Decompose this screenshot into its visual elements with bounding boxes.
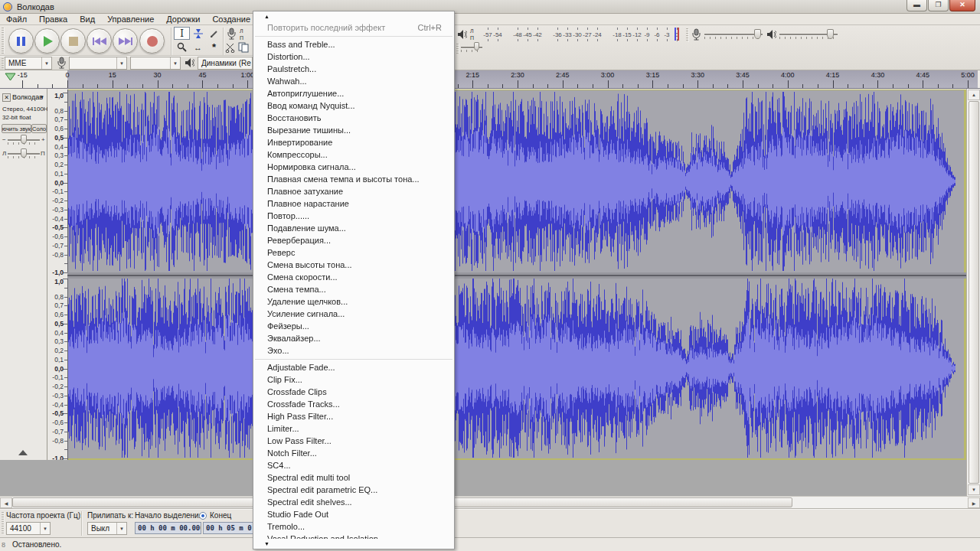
record-volume-thumb[interactable] [754,29,761,39]
menubar-item-Создание[interactable]: Создание [206,14,256,25]
track-menu-arrow-icon[interactable]: ▼ [40,95,44,99]
menu-item-восстановить[interactable]: Восстановить [253,112,454,124]
envelope-tool-button[interactable] [190,27,206,40]
menu-item-инвертирование[interactable]: Инвертирование [253,136,454,148]
record-volume-slider[interactable] [704,29,763,40]
draw-tool-button[interactable] [206,27,222,40]
zoom-tool-button[interactable] [174,41,190,54]
menu-item-плавная-смена-темпа-и-высоты-тона-[interactable]: Плавная смена темпа и высоты тона... [253,173,454,185]
scroll-down-button[interactable]: ▼ [968,484,980,495]
play-button[interactable] [34,28,60,54]
menu-item-sc4-[interactable]: SC4... [253,459,454,471]
waveform-display[interactable] [67,90,966,460]
menu-item-эквалайзер-[interactable]: Эквалайзер... [253,332,454,344]
menu-item-смена-темпа-[interactable]: Смена темпа... [253,283,454,295]
gain-thumb[interactable] [21,135,27,144]
menubar-item-Дорожки[interactable]: Дорожки [160,14,206,25]
multi-tool-button[interactable]: * [206,41,222,54]
track-collapse-icon[interactable] [18,450,28,455]
menu-scroll-down[interactable]: ▼ [253,539,454,549]
track-close-button[interactable]: ✕ [2,93,11,102]
minimize-button[interactable]: ▬ [906,0,927,11]
menu-item-low-pass-filter-[interactable]: Low Pass Filter... [253,435,454,447]
pan-slider[interactable] [8,148,40,159]
playback-meter[interactable]: ЛП-57-54-48-45-42-36-33-30-27-24-18-15-1… [456,25,680,44]
menu-item-bass-and-treble-[interactable]: Bass and Treble... [253,38,454,51]
menu-item-подавление-шума-[interactable]: Подавление шума... [253,222,454,234]
menu-item-spectral-edit-parametric-eq-[interactable]: Spectral edit parametric EQ... [253,484,454,496]
gain-slider[interactable] [8,135,40,145]
transport-grip[interactable] [2,28,5,54]
menubar-item-Вид[interactable]: Вид [74,14,101,25]
vertical-scrollbar[interactable]: ▲ ▼ [966,89,980,496]
mute-button[interactable]: Отключить звук [2,124,31,133]
scroll-up-button[interactable]: ▲ [968,90,980,100]
menu-item-удаление-щелчков-[interactable]: Удаление щелчков... [253,295,454,308]
selection-end-field[interactable]: 00 h 05 m 0 [203,522,253,534]
play-speed-slider[interactable] [461,42,482,51]
close-button[interactable]: ✕ [949,0,975,11]
project-rate-combo[interactable]: 44100▼ [6,522,51,535]
timeline-ruler[interactable]: -1501530451:001:151:301:452:002:152:302:… [0,70,980,89]
menu-item-crossfade-clips[interactable]: Crossfade Clips [253,386,454,398]
menu-item-spectral-edit-shelves-[interactable]: Spectral edit shelves... [253,496,454,508]
menu-item-реверберация-[interactable]: Реверберация... [253,234,454,246]
menu-item-реверс[interactable]: Реверс [253,246,454,259]
input-device-combo[interactable]: ▼ [69,57,127,70]
menu-item-повторить-последний-эффект[interactable]: Повторить последний эффектCtrl+R [253,21,454,34]
menu-item-эхо-[interactable]: Эхо... [253,344,454,357]
menu-item-ввод-команд-nyquist-[interactable]: Ввод команд Nyquist... [253,99,454,112]
toolbar-grip[interactable] [2,512,5,535]
menubar-item-Правка[interactable]: Правка [33,14,74,25]
vertical-scroll-thumb[interactable] [969,101,979,484]
pan-thumb[interactable] [21,148,27,158]
horizontal-scrollbar[interactable]: ◀ ▶ [0,496,980,508]
menu-item-компрессоры-[interactable]: Компрессоры... [253,148,454,161]
menu-item-плавное-нарастание[interactable]: Плавное нарастание [253,197,454,210]
mixer-grip[interactable] [686,28,689,42]
output-device-combo[interactable]: Динамики (Re [198,57,253,70]
menu-item-vocal-reduction-and-isolation-[interactable]: Vocal Reduction and Isolation... [253,533,454,539]
menu-item-плавное-затухание[interactable]: Плавное затухание [253,185,454,197]
quick-play-pin-icon[interactable] [5,73,16,81]
titlebar[interactable]: Волкодав ▬ ❐ ✕ [0,0,980,14]
menu-item-wahwah-[interactable]: Wahwah... [253,75,454,87]
menu-item-notch-filter-[interactable]: Notch Filter... [253,447,454,459]
skip-to-start-button[interactable] [87,28,112,54]
menu-item-усиление-сигнала-[interactable]: Усиление сигнала... [253,308,454,320]
host-combo[interactable]: MME▼ [5,57,52,70]
menubar-item-Файл[interactable]: Файл [0,14,33,25]
skip-to-end-button[interactable] [113,28,138,54]
menubar-item-Управление[interactable]: Управление [101,14,160,25]
end-radio[interactable] [199,512,207,520]
play-speed-thumb[interactable] [474,42,479,51]
menu-item-adjustable-fade-[interactable]: Adjustable Fade... [253,361,454,373]
record-button[interactable] [139,28,165,54]
menu-item-clip-fix-[interactable]: Clip Fix... [253,373,454,386]
menu-item-смена-высоты-тона-[interactable]: Смена высоты тона... [253,259,454,271]
menu-scroll-up[interactable]: ▲ [253,11,454,21]
snap-to-combo[interactable]: Выкл▼ [87,522,127,535]
solo-button[interactable]: Соло [31,124,47,133]
menu-item-автоприглушение-[interactable]: Автоприглушение... [253,87,454,99]
playback-volume-slider[interactable] [779,29,838,40]
menu-item-фейзеры-[interactable]: Фейзеры... [253,320,454,332]
time-shift-tool-button[interactable]: ↔ [190,41,206,54]
menu-item-spectral-edit-multi-tool[interactable]: Spectral edit multi tool [253,471,454,484]
input-channels-combo[interactable]: ▼ [130,57,181,70]
selection-tool-button[interactable]: I [174,27,190,40]
scroll-left-button[interactable]: ◀ [0,497,12,508]
menu-item-distortion-[interactable]: Distortion... [253,51,454,63]
menu-item-paulstretch-[interactable]: Paulstretch... [253,63,454,75]
menu-item-limiter-[interactable]: Limiter... [253,422,454,435]
scroll-right-button[interactable]: ▶ [968,497,980,508]
stop-button[interactable] [60,28,86,54]
pause-button[interactable] [8,28,34,54]
menu-item-tremolo-[interactable]: Tremolo... [253,520,454,533]
selection-start-field[interactable]: 00 h 00 m 00.000 s▼ [135,522,201,534]
menu-item-вырезание-тишины-[interactable]: Вырезание тишины... [253,124,454,136]
restore-button[interactable]: ❐ [928,0,949,11]
menu-item-crossfade-tracks-[interactable]: Crossfade Tracks... [253,398,454,410]
menu-item-high-pass-filter-[interactable]: High Pass Filter... [253,410,454,422]
menu-item-повтор-[interactable]: Повтор...... [253,210,454,222]
